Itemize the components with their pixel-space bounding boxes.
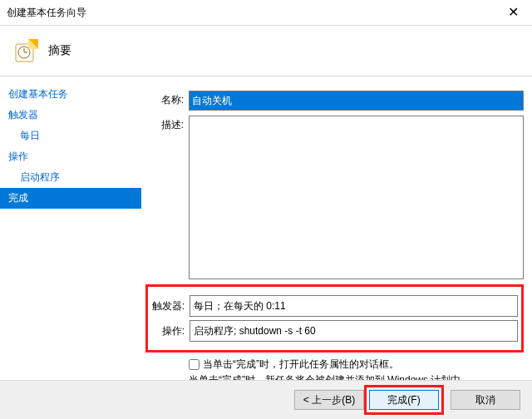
wizard-header: 摘要 [0, 26, 532, 76]
open-properties-checkbox[interactable] [189, 359, 200, 370]
summary-highlight: 触发器: 每日；在每天的 0:11 操作: 启动程序; shutdown -s … [145, 284, 524, 352]
page-subtitle: 摘要 [48, 43, 71, 58]
back-button[interactable]: < 上一步(B) [294, 390, 364, 410]
action-value[interactable]: 启动程序; shutdown -s -t 60 [190, 320, 518, 342]
nav-step-1[interactable]: 触发器 [0, 105, 141, 126]
close-icon: ✕ [508, 5, 519, 19]
window-title: 创建基本任务向导 [7, 7, 86, 18]
finish-button[interactable]: 完成(F) [369, 390, 439, 410]
nav-step-3[interactable]: 操作 [0, 146, 141, 167]
trigger-label: 触发器: [148, 299, 190, 313]
nav-step-0[interactable]: 创建基本任务 [0, 84, 141, 105]
name-input[interactable] [189, 91, 524, 111]
desc-label: 描述: [145, 116, 189, 132]
description-textarea[interactable] [189, 116, 524, 279]
wizard-footer: < 上一步(B) 完成(F) 取消 [0, 380, 532, 419]
clock-task-icon [13, 37, 40, 64]
trigger-value[interactable]: 每日；在每天的 0:11 [190, 295, 518, 317]
open-properties-label: 当单击“完成”时，打开此任务属性的对话框。 [203, 357, 399, 372]
close-button[interactable]: ✕ [494, 0, 532, 25]
nav-step-2[interactable]: 每日 [0, 126, 141, 146]
wizard-nav: 创建基本任务触发器每日操作启动程序完成 [0, 84, 141, 381]
finish-highlight: 完成(F) [364, 385, 444, 415]
nav-step-4[interactable]: 启动程序 [0, 167, 141, 188]
cancel-button[interactable]: 取消 [451, 390, 520, 410]
name-label: 名称: [145, 91, 189, 107]
nav-step-5[interactable]: 完成 [0, 188, 141, 209]
action-label: 操作: [148, 324, 190, 338]
